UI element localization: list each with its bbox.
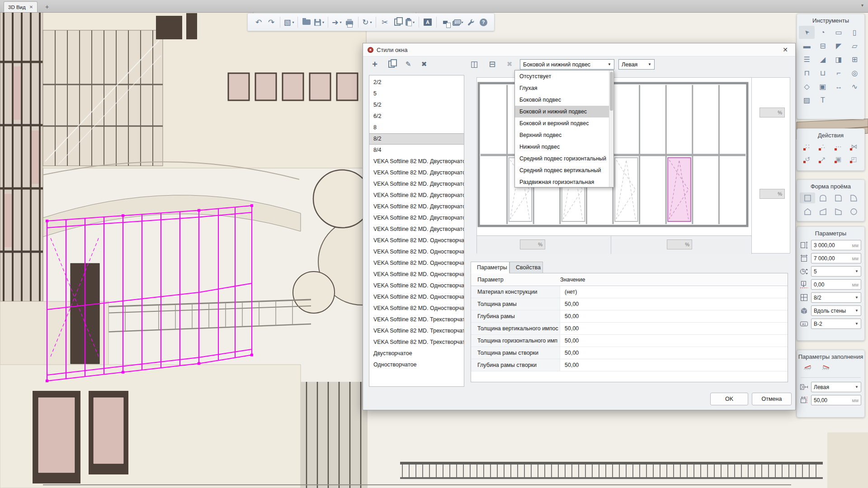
remove-split-button[interactable]: ✖ <box>504 59 515 70</box>
plumbing-tool[interactable]: ⊔ <box>815 66 830 80</box>
opening-tool[interactable]: ⊟ <box>815 39 830 52</box>
table-row[interactable]: Материал конструкции(нет) <box>471 286 788 298</box>
style-list-item[interactable]: VEKA Softline 82 MD. Двустворчато <box>369 224 464 235</box>
style-list-item[interactable]: VEKA Softline 82 MD. Одностворчат <box>369 258 464 269</box>
grid-axis-tool[interactable]: ◔ <box>815 26 830 39</box>
sections-field[interactable]: 5▼ <box>811 266 861 277</box>
floor-tool[interactable]: ▬ <box>799 39 815 52</box>
text-style-icon[interactable]: A <box>421 16 434 28</box>
dialog-title-bar[interactable]: Стили окна ✕ <box>363 43 795 56</box>
slant-left-shape[interactable] <box>815 206 830 217</box>
ok-button[interactable]: OK <box>710 393 748 405</box>
door-tool[interactable]: ◨ <box>831 53 847 66</box>
corner-rounded-large-shape[interactable] <box>846 192 862 203</box>
dropdown-item[interactable]: Нижний подвес <box>515 141 613 153</box>
height-field[interactable]: 3 000,00мм <box>811 240 861 250</box>
close-dialog-icon[interactable]: ✕ <box>780 45 791 54</box>
row-height-percent-field[interactable]: % <box>760 189 785 199</box>
chevron-down-icon[interactable]: ▾ <box>413 20 415 24</box>
corner-rounded-shape[interactable] <box>831 192 846 203</box>
duct-tool[interactable]: ⌐ <box>831 66 847 80</box>
style-list-item[interactable]: VEKA Softline 82 MD. Двустворчато <box>369 212 464 224</box>
table-row[interactable]: Толщина рамы50,00 <box>471 298 788 310</box>
style-list-item[interactable]: 8 <box>369 122 464 133</box>
table-row[interactable]: Глубина рамы створки50,00 <box>471 359 788 371</box>
opening-side-select[interactable]: Левая ▼ <box>618 59 655 70</box>
rotate-action[interactable]: ↺ <box>800 154 815 164</box>
style-list-item[interactable]: VEKA Softline 82 MD. Двустворчато <box>369 178 464 190</box>
dropdown-item[interactable]: Отсутствует <box>515 70 613 82</box>
chevron-down-icon[interactable]: ▾ <box>340 20 342 24</box>
settings-icon[interactable] <box>464 16 477 28</box>
undo-icon[interactable]: ↶ <box>252 16 265 28</box>
redo-icon[interactable]: ↷ <box>265 16 278 28</box>
tab-3d-view[interactable]: 3D Вид ✕ <box>4 1 38 12</box>
style-list-item[interactable]: VEKA Softline 82 MD. Двустворчато <box>369 201 464 212</box>
style-list-item[interactable]: 8/4 <box>369 145 464 156</box>
orbit-icon[interactable]: ↻▾ <box>361 16 373 28</box>
mirror-action[interactable]: ⋈ <box>846 141 862 151</box>
dropdown-item[interactable]: Боковой и нижний подвес <box>515 106 613 117</box>
help-icon[interactable]: ? <box>477 16 490 28</box>
chevron-down-icon[interactable]: ▾ <box>322 20 324 24</box>
dropdown-item[interactable]: Верхний подвес <box>515 129 613 141</box>
save-icon[interactable]: ▾ <box>313 16 326 28</box>
print-icon[interactable] <box>343 16 356 28</box>
slope-left-icon[interactable] <box>803 364 813 373</box>
dropdown-item[interactable]: Боковой и верхний подвес <box>515 117 613 129</box>
scrollbar-thumb[interactable] <box>610 72 613 111</box>
table-row[interactable]: Толщина горизонтального имп50,00 <box>471 335 788 347</box>
dropdown-item[interactable]: Боковой подвес <box>515 94 613 106</box>
style-list-item[interactable]: VEKA Softline 82 MD. Трехстворчато <box>369 314 464 325</box>
slope-right-icon[interactable] <box>821 364 830 373</box>
transfer-properties-icon[interactable] <box>439 16 452 28</box>
stairs-tool[interactable]: ☰ <box>799 53 815 66</box>
style-list-item[interactable]: 5/2 <box>369 99 464 111</box>
duplicate-style-button[interactable] <box>386 59 397 70</box>
opening-type-select[interactable]: Боковой и нижний подвес ▼ <box>520 59 614 70</box>
dropdown-item[interactable]: Раздвижная горизонтальная <box>515 176 613 188</box>
ramp-tool[interactable]: ◢ <box>815 53 830 66</box>
column-width-percent-field[interactable]: % <box>667 239 692 249</box>
cut-icon[interactable]: ✂ <box>378 16 391 28</box>
tab-overflow-icon[interactable]: ▾ <box>861 3 863 8</box>
arched-shape[interactable] <box>815 192 830 203</box>
style-field[interactable]: 8/2▼ <box>811 292 861 303</box>
style-list-item[interactable]: 8/2 <box>369 133 464 145</box>
move-points-action[interactable]: ∷ <box>800 141 815 151</box>
copy-action[interactable]: ▣ <box>831 154 846 164</box>
dropdown-item[interactable]: Средний подвес вертикальный <box>515 164 613 176</box>
furniture-tool[interactable]: ⊓ <box>799 66 815 80</box>
tab-properties[interactable]: Свойства <box>509 262 543 273</box>
pentagonal-shape[interactable] <box>800 206 815 217</box>
style-list-item[interactable]: VEKA Softline 82 MD. Одностворчат <box>369 246 464 258</box>
column-tool[interactable]: ▯ <box>847 26 863 39</box>
tab-parameters[interactable]: Параметры <box>471 262 509 273</box>
solid-tool[interactable]: ◇ <box>799 80 815 93</box>
style-list-item[interactable]: Одностворчатое <box>369 359 464 371</box>
opening-side-field[interactable]: Левая▼ <box>811 382 861 392</box>
dropdown-scrollbar[interactable] <box>609 70 613 187</box>
dropdown-item[interactable]: Средний подвес горизонтальный <box>515 153 613 164</box>
split-vertical-button[interactable]: ◫ <box>469 59 480 70</box>
paste-icon[interactable]: ▾ <box>404 16 416 28</box>
column-width-percent-field[interactable]: % <box>520 239 545 249</box>
window-tool[interactable]: ⊞ <box>847 53 863 66</box>
offset-action[interactable]: ◰ <box>846 154 862 164</box>
style-list-item[interactable]: 2/2 <box>369 77 464 88</box>
delete-style-button[interactable]: ✖ <box>419 59 429 70</box>
hatch-tool[interactable]: ▨ <box>799 94 815 107</box>
open-icon[interactable] <box>300 16 313 28</box>
style-list-item[interactable]: VEKA Softline 82 MD. Одностворчат <box>369 291 464 303</box>
wall-tool[interactable]: ▭ <box>831 26 847 39</box>
move-action[interactable]: ↗ <box>815 154 830 164</box>
equipment-tool[interactable]: ◎ <box>847 66 863 80</box>
text-tool[interactable]: T <box>815 94 830 107</box>
frame-offset-field[interactable]: 50,00мм <box>811 395 861 405</box>
close-tab-icon[interactable]: ✕ <box>29 5 33 9</box>
style-list-item[interactable]: VEKA Softline 82 MD. Одностворчат <box>369 235 464 246</box>
room-tool[interactable]: ▣ <box>815 80 830 93</box>
style-list-item[interactable]: VEKA Softline 82 MD. Двустворчато <box>369 190 464 201</box>
style-list-item[interactable]: VEKA Softline 82 MD. Одностворчат <box>369 269 464 280</box>
style-list-item[interactable]: VEKA Softline 82 MD. Трехстворчато <box>369 325 464 337</box>
